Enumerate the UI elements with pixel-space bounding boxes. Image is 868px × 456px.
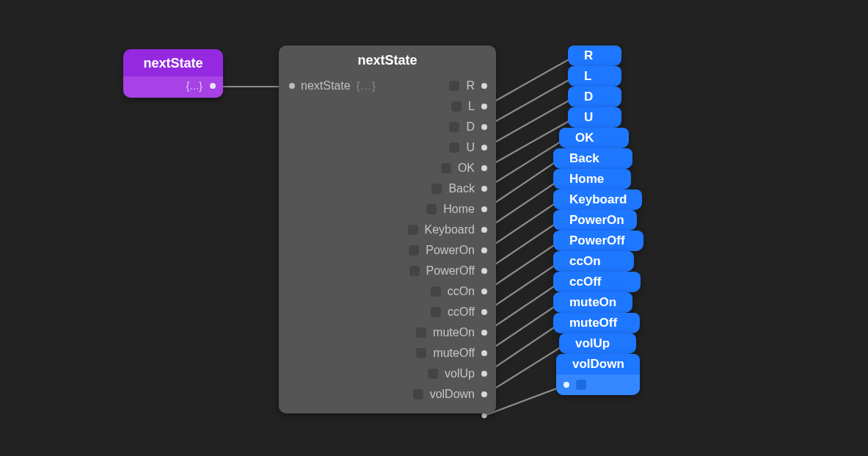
value-chip xyxy=(416,327,426,338)
output-port[interactable] xyxy=(481,186,487,192)
input-port[interactable] xyxy=(564,382,569,388)
target-node-poweroff[interactable]: PowerOff xyxy=(553,231,643,251)
node-body xyxy=(556,374,640,395)
prop-label: R xyxy=(466,79,475,93)
prop-label: ccOn xyxy=(448,285,475,298)
prop-row-volup[interactable]: volUp xyxy=(279,363,496,384)
prop-row-muteoff[interactable]: muteOff xyxy=(279,343,496,363)
value-chip xyxy=(449,142,459,153)
svg-line-4 xyxy=(484,76,575,128)
target-node-ok[interactable]: OK xyxy=(559,128,629,148)
node-title: volDown xyxy=(556,354,640,374)
target-node-r[interactable]: R xyxy=(568,46,621,66)
node-title: ccOn xyxy=(553,251,634,272)
target-node-keyboard[interactable]: Keyboard xyxy=(553,189,642,210)
node-title: PowerOn xyxy=(553,210,637,231)
prop-label: Keyboard xyxy=(425,223,475,236)
output-port[interactable] xyxy=(481,145,487,151)
output-port[interactable] xyxy=(481,289,487,294)
output-port[interactable] xyxy=(481,247,487,253)
prop-row-poweron[interactable]: PowerOn xyxy=(279,240,496,261)
prop-label: ccOff xyxy=(448,305,475,319)
canvas: { "purple": { "title": "nextState", "out… xyxy=(0,0,868,456)
svg-point-50 xyxy=(482,413,487,419)
prop-row-home[interactable]: Home xyxy=(279,199,496,220)
node-title: volUp xyxy=(559,333,636,354)
target-node-volup[interactable]: volUp xyxy=(559,333,636,354)
output-port[interactable] xyxy=(481,104,487,109)
target-node-u[interactable]: U xyxy=(568,107,621,128)
prop-row-u[interactable]: U xyxy=(279,137,496,158)
prop-label: OK xyxy=(458,162,475,175)
output-port[interactable] xyxy=(481,350,487,356)
output-port[interactable] xyxy=(481,391,487,397)
prop-row-voldown[interactable]: volDown xyxy=(279,384,496,405)
target-node-muteon[interactable]: muteOn xyxy=(553,292,632,313)
prop-label: Home xyxy=(443,203,475,216)
expand-node-nextstate[interactable]: nextState nextState {...} RLDUOKBackHome… xyxy=(279,46,496,413)
prop-row-poweroff[interactable]: PowerOff xyxy=(279,261,496,281)
output-port[interactable] xyxy=(481,309,487,315)
value-chip xyxy=(451,101,462,112)
node-title: U xyxy=(568,107,621,128)
prop-row-ok[interactable]: OK xyxy=(279,158,496,178)
target-node-home[interactable]: Home xyxy=(553,169,631,189)
target-node-ccon[interactable]: ccOn xyxy=(553,251,634,272)
target-node-ccoff[interactable]: ccOff xyxy=(553,272,641,292)
output-port[interactable] xyxy=(481,227,487,233)
prop-row-back[interactable]: Back xyxy=(279,178,496,199)
prop-label: L xyxy=(468,100,475,113)
node-title: muteOff xyxy=(553,313,640,333)
prop-label: U xyxy=(466,141,475,154)
prop-label: D xyxy=(466,120,475,134)
prop-row-ccoff[interactable]: ccOff xyxy=(279,302,496,322)
target-node-back[interactable]: Back xyxy=(553,148,632,169)
prop-row-muteon[interactable]: muteOn xyxy=(279,322,496,343)
output-port[interactable] xyxy=(481,268,487,274)
node-title: OK xyxy=(559,128,629,148)
output-port[interactable] xyxy=(481,124,487,130)
node-title: L xyxy=(568,66,621,87)
value-chip xyxy=(449,122,459,132)
prop-label: muteOff xyxy=(433,347,475,360)
prop-row-keyboard[interactable]: Keyboard xyxy=(279,220,496,240)
value-chip xyxy=(428,369,438,379)
prop-row-ccon[interactable]: ccOn xyxy=(279,281,496,302)
value-chip xyxy=(576,380,586,390)
output-port[interactable] xyxy=(210,83,216,89)
prop-row-r[interactable]: R xyxy=(279,76,496,96)
target-node-muteoff[interactable]: muteOff xyxy=(553,313,640,333)
prop-label: volUp xyxy=(445,367,475,380)
output-port[interactable] xyxy=(481,165,487,171)
node-title: R xyxy=(568,46,621,66)
node-title: D xyxy=(568,87,621,107)
value-chip xyxy=(431,286,441,297)
target-node-d[interactable]: D xyxy=(568,87,621,107)
value-chip xyxy=(431,184,442,194)
value-chip xyxy=(431,307,441,317)
prop-label: Back xyxy=(448,182,475,195)
node-title: muteOn xyxy=(553,292,632,313)
value-chip xyxy=(409,245,419,256)
value-chip xyxy=(426,204,437,214)
value-chip xyxy=(416,348,426,358)
output-port[interactable] xyxy=(481,330,487,336)
prop-row-d[interactable]: D xyxy=(279,117,496,137)
value-chip xyxy=(441,163,451,173)
output-port[interactable] xyxy=(481,206,487,212)
prop-row-l[interactable]: L xyxy=(279,96,496,117)
svg-line-18 xyxy=(484,385,566,416)
prop-label: PowerOff xyxy=(426,264,475,278)
value-chip xyxy=(413,389,423,399)
node-output-row[interactable]: {...} xyxy=(123,76,223,98)
value-chip xyxy=(408,225,418,235)
output-port[interactable] xyxy=(481,371,487,377)
prop-label: volDown xyxy=(430,388,475,401)
source-node-nextstate[interactable]: nextState {...} xyxy=(123,49,223,98)
node-title: Home xyxy=(553,169,631,189)
target-node-l[interactable]: L xyxy=(568,66,621,87)
output-port[interactable] xyxy=(481,83,487,89)
svg-line-3 xyxy=(484,56,575,107)
target-node-voldown[interactable]: volDown xyxy=(556,354,640,395)
target-node-poweron[interactable]: PowerOn xyxy=(553,210,637,231)
